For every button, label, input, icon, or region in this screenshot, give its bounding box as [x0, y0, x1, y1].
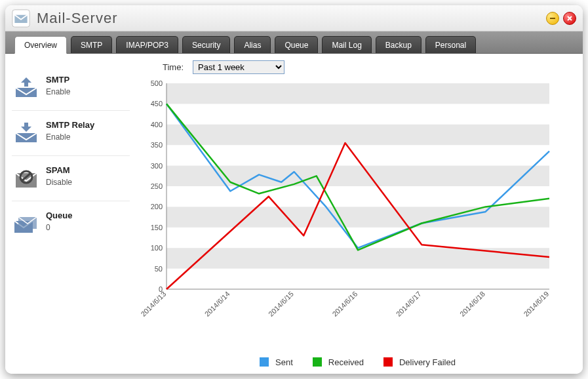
- tab-security[interactable]: Security: [182, 36, 230, 53]
- svg-text:2014/6/16: 2014/6/16: [330, 290, 359, 318]
- tabbar: OverviewSMTPIMAP/POP3SecurityAliasQueueM…: [5, 31, 583, 54]
- time-select[interactable]: Past 1 week: [193, 60, 284, 74]
- sidebar-item-value: Enable: [46, 132, 130, 142]
- app-window: Mail-Server OverviewSMTPIMAP/POP3Securit…: [5, 5, 583, 374]
- svg-rect-1: [550, 18, 555, 19]
- chart-area: 0501001502002503003504004505002014/6/132…: [136, 78, 572, 353]
- time-filter-label: Time:: [163, 62, 184, 72]
- tab-queue[interactable]: Queue: [275, 36, 318, 53]
- sidebar: SMTPEnableSMTP RelayEnableSPAMDisableQue…: [5, 54, 136, 374]
- minimize-button[interactable]: [546, 12, 559, 25]
- svg-text:2014/6/17: 2014/6/17: [395, 290, 423, 318]
- svg-text:400: 400: [151, 121, 163, 129]
- svg-text:200: 200: [151, 203, 163, 210]
- svg-text:250: 250: [151, 182, 163, 190]
- sidebar-item-value: Disable: [46, 178, 130, 187]
- svg-text:2014/6/13: 2014/6/13: [139, 290, 167, 318]
- legend-item-received: Received: [306, 357, 364, 367]
- time-filter: Time: Past 1 week: [163, 60, 572, 74]
- sidebar-item-title: SPAM: [46, 165, 130, 175]
- mail-spam-icon: [12, 165, 41, 191]
- window-title: Mail-Server: [37, 10, 117, 27]
- svg-text:150: 150: [151, 224, 163, 231]
- sidebar-item-queue[interactable]: Queue0: [12, 201, 130, 246]
- content-area: SMTPEnableSMTP RelayEnableSPAMDisableQue…: [5, 54, 583, 374]
- svg-rect-6: [167, 125, 549, 145]
- chart-legend: SentReceivedDelivery Failed: [136, 353, 572, 367]
- svg-text:500: 500: [151, 79, 163, 87]
- legend-item-sent: Sent: [253, 357, 293, 367]
- sidebar-item-value: 0: [46, 223, 130, 232]
- legend-item-delivery-failed: Delivery Failed: [377, 357, 456, 367]
- svg-text:100: 100: [151, 244, 163, 252]
- tab-personal[interactable]: Personal: [425, 36, 476, 53]
- tab-alias[interactable]: Alias: [234, 36, 271, 53]
- svg-text:450: 450: [151, 100, 163, 108]
- svg-text:300: 300: [151, 162, 163, 170]
- tab-overview[interactable]: Overview: [14, 36, 67, 54]
- tab-imap-pop3[interactable]: IMAP/POP3: [116, 36, 178, 53]
- sidebar-item-title: SMTP: [46, 75, 130, 85]
- svg-rect-7: [167, 83, 549, 104]
- tab-mail-log[interactable]: Mail Log: [322, 36, 371, 53]
- mail-send-icon: [12, 75, 41, 101]
- sidebar-item-title: Queue: [46, 210, 130, 220]
- mail-receive-icon: [12, 120, 41, 146]
- window-controls: [546, 12, 576, 25]
- sidebar-item-smtp-relay[interactable]: SMTP RelayEnable: [12, 111, 130, 156]
- mail-queue-icon: [12, 210, 41, 237]
- sidebar-item-title: SMTP Relay: [46, 120, 130, 130]
- svg-text:350: 350: [151, 141, 163, 149]
- svg-text:2014/6/19: 2014/6/19: [522, 290, 550, 318]
- svg-text:50: 50: [155, 265, 163, 273]
- sidebar-item-smtp[interactable]: SMTPEnable: [12, 66, 130, 111]
- close-button[interactable]: [563, 12, 576, 25]
- svg-text:2014/6/15: 2014/6/15: [267, 290, 295, 318]
- mail-server-icon: [12, 9, 30, 28]
- svg-text:2014/6/14: 2014/6/14: [203, 290, 231, 318]
- tab-smtp[interactable]: SMTP: [71, 36, 112, 53]
- svg-rect-4: [167, 207, 549, 227]
- tab-backup[interactable]: Backup: [376, 36, 421, 53]
- mail-chart: 0501001502002503003504004505002014/6/132…: [136, 78, 556, 327]
- svg-text:2014/6/18: 2014/6/18: [458, 290, 486, 318]
- sidebar-item-spam[interactable]: SPAMDisable: [12, 156, 130, 201]
- titlebar: Mail-Server: [5, 5, 583, 31]
- sidebar-item-value: Enable: [46, 87, 130, 96]
- main-panel: Time: Past 1 week 0501001502002503003504…: [136, 54, 583, 374]
